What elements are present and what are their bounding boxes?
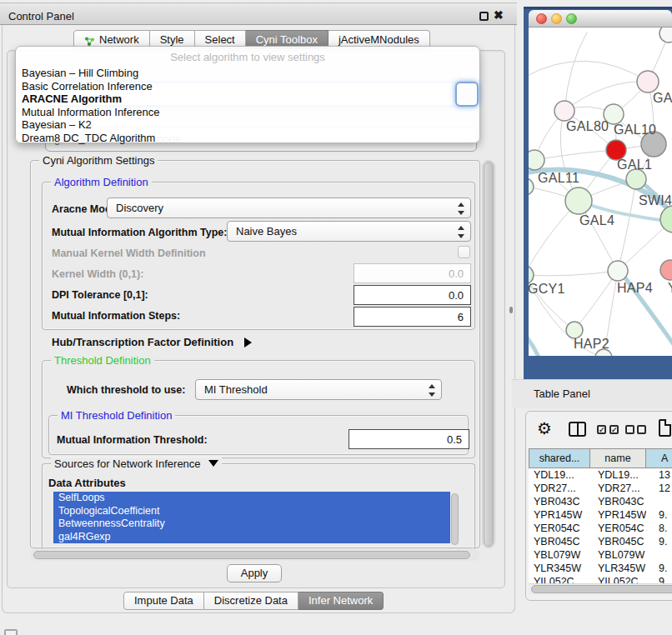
table-panel-title: Table Panel [534, 388, 590, 400]
manual-kernel-checkbox[interactable] [458, 246, 470, 258]
settings-group-title: Cyni Algorithm Settings [39, 154, 158, 167]
float-window-button[interactable] [479, 12, 489, 21]
tab-impute-data[interactable]: Impute Data [123, 592, 204, 610]
network-node-top-partial[interactable] [659, 28, 672, 42]
settings-horizontal-scrollbar-thumb[interactable] [33, 551, 470, 559]
algorithm-definition-title: Algorithm Definition [51, 176, 152, 188]
network-node-gal80[interactable] [554, 101, 574, 121]
table-body: YDL19...YDL19...13YDR27...YDR27...12YBR0… [529, 468, 672, 585]
expand-arrow-icon [244, 338, 252, 348]
table-row[interactable]: YER054CYER054C8. [529, 522, 672, 535]
mi-threshold-field[interactable] [349, 429, 469, 449]
network-node-gal4[interactable] [565, 188, 592, 214]
node-label: GAL1 [617, 158, 652, 172]
table-cell: YLR345W [529, 562, 590, 575]
window-close-button[interactable] [536, 13, 547, 24]
settings-vertical-scrollbar-thumb[interactable] [484, 162, 494, 547]
data-attributes-label: Data Attributes [48, 477, 126, 489]
page-icon[interactable] [659, 419, 671, 437]
popup-item-bayesian-k2[interactable]: Bayesian – K2 [16, 118, 479, 132]
table-row[interactable]: YBL079WYBL079W [529, 548, 672, 562]
data-attributes-list: SelfLoopsTopologicalCoefficientBetweenne… [53, 492, 450, 547]
dpi-tolerance-field[interactable] [354, 285, 471, 305]
table-cell [646, 548, 672, 562]
manual-kernel-label: Manual Kernel Width Definition [52, 248, 206, 259]
column-header-shared-name[interactable]: shared... [529, 448, 590, 468]
panel-resize-handle[interactable] [509, 307, 513, 313]
table-row[interactable]: YLR345WYLR345W9. [529, 562, 672, 575]
popup-placeholder: Select algorithm to view settings [16, 48, 479, 67]
collapse-arrow-icon [208, 460, 218, 467]
table-cell: YBR043C [590, 495, 646, 508]
network-node-salmon[interactable] [660, 260, 672, 280]
network-edge [574, 271, 618, 330]
which-threshold-combobox[interactable]: MI Threshold [195, 379, 442, 400]
tab-discretize-data[interactable]: Discretize Data [204, 592, 298, 610]
attribute-list-item[interactable]: gal4RGexp [53, 531, 450, 544]
table-row[interactable]: YPR145WYPR145W9. [529, 508, 672, 522]
which-threshold-label: Which threshold to use: [67, 384, 185, 396]
mi-steps-label: Mutual Information Steps: [52, 310, 180, 322]
network-node-right-large[interactable] [660, 206, 672, 232]
table-row[interactable]: YBR043CYBR043C [529, 495, 672, 508]
mi-type-label: Mutual Information Algorithm Type: [52, 227, 227, 238]
network-canvas[interactable]: GALGAL80GAL10GAL1GAL11SWI4GAL4GCY1HAP4YH… [529, 28, 672, 356]
attribute-list-item[interactable]: TopologicalCoefficient [53, 505, 450, 518]
popup-item-dream8[interactable]: Dream8 DC_TDC Algorithm [16, 132, 479, 145]
attribute-list-item[interactable]: BetweennessCentrality [53, 518, 450, 531]
table-cell: 9. [646, 508, 672, 522]
table-row[interactable]: YDR27...YDR27...12 [529, 482, 672, 495]
checked-pair-icon[interactable]: ✓ [609, 425, 619, 434]
network-node-hap2[interactable] [566, 322, 583, 338]
tab-infer-network[interactable]: Infer Network [298, 592, 384, 610]
table-cell: YDR27... [529, 482, 590, 495]
popup-item-aracne[interactable]: ARACNE Algorithm [16, 92, 479, 106]
popup-item-mutual-information[interactable]: Mutual Information Inference [16, 106, 479, 119]
node-label: SWI4 [639, 193, 672, 208]
unchecked-pair-icon[interactable] [625, 425, 634, 434]
checked-pair-icon[interactable]: ✓ [597, 425, 606, 434]
network-node-left-clip[interactable] [529, 178, 534, 195]
mi-type-combobox[interactable]: Naive Bayes [227, 221, 471, 242]
columns-icon[interactable] [569, 422, 586, 437]
table-cell: YDR27... [590, 482, 646, 495]
table-cell: YPR145W [590, 508, 646, 522]
network-edge [529, 328, 540, 356]
hub-definition-section[interactable]: Hub/Transcription Factor Definition [52, 334, 252, 349]
kernel-width-field[interactable] [354, 263, 471, 283]
window-zoom-button[interactable] [566, 13, 577, 24]
network-svg [529, 28, 672, 356]
hub-definition-label: Hub/Transcription Factor Definition [52, 336, 233, 348]
column-header-name[interactable]: name [590, 448, 646, 468]
minimized-panel-icon[interactable] [4, 629, 18, 635]
network-node-gal-pink[interactable] [637, 71, 659, 92]
column-header-clipped[interactable]: A [646, 448, 672, 468]
table-row[interactable]: YDL19...YDL19...13 [529, 468, 672, 482]
close-panel-icon[interactable]: ✖ [494, 8, 504, 22]
attribute-list-item[interactable]: SelfLoops [53, 492, 450, 505]
stepper-arrows-icon [458, 202, 464, 215]
table-cell: YER054C [590, 522, 646, 535]
apply-button[interactable]: Apply [227, 564, 282, 582]
unchecked-pair-icon[interactable] [637, 425, 646, 434]
node-label: GAL4 [579, 213, 614, 228]
network-edge [529, 271, 618, 276]
sources-group-title[interactable]: Sources for Network Inference [51, 458, 222, 470]
table-scrollbar-thumb[interactable] [531, 585, 672, 593]
window-minimize-button[interactable] [551, 13, 562, 24]
table-cell: YER054C [529, 522, 590, 535]
popup-item-basic-correlation[interactable]: Basic Correlation Inference [16, 80, 479, 93]
inference-algorithm-combobox-edge[interactable] [455, 82, 479, 107]
table-cell: YPR145W [529, 508, 590, 522]
gear-icon[interactable]: ⚙ [537, 420, 552, 437]
table-row[interactable]: YBR045CYBR045C9. [529, 535, 672, 548]
popup-item-bayesian-hill-climbing[interactable]: Bayesian – Hill Climbing [16, 67, 479, 80]
table-cell: 12 [646, 482, 672, 495]
network-node-gal11[interactable] [529, 150, 544, 170]
table-cell: 9. [646, 535, 672, 548]
mi-steps-field[interactable] [354, 307, 471, 327]
network-node-hap4[interactable] [608, 261, 628, 281]
attributes-list-scrollbar[interactable] [451, 493, 459, 545]
aracne-mode-combobox[interactable]: Discovery [107, 198, 471, 218]
control-panel-title: Control Panel [8, 10, 74, 22]
